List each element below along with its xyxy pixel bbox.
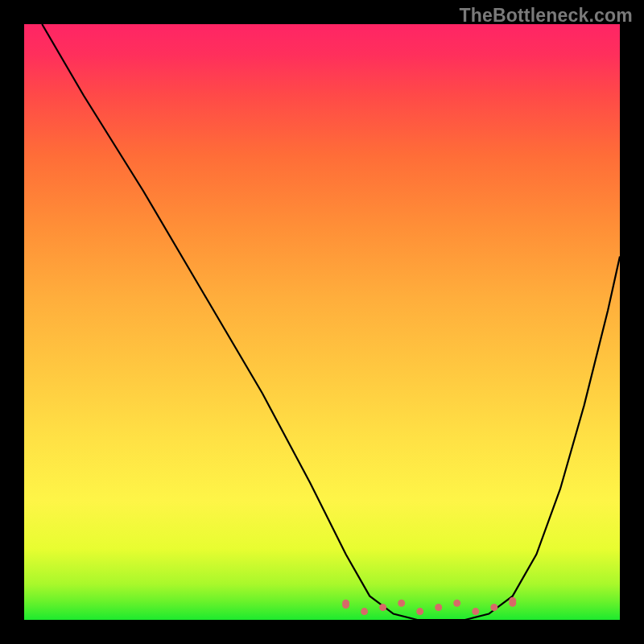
chart-frame: TheBottleneck.com [0, 0, 644, 644]
plot-area [24, 24, 620, 620]
watermark-text: TheBottleneck.com [459, 5, 633, 27]
bottleneck-curve [42, 24, 620, 620]
curve-layer [24, 24, 620, 620]
flat-region-marker [346, 601, 513, 611]
